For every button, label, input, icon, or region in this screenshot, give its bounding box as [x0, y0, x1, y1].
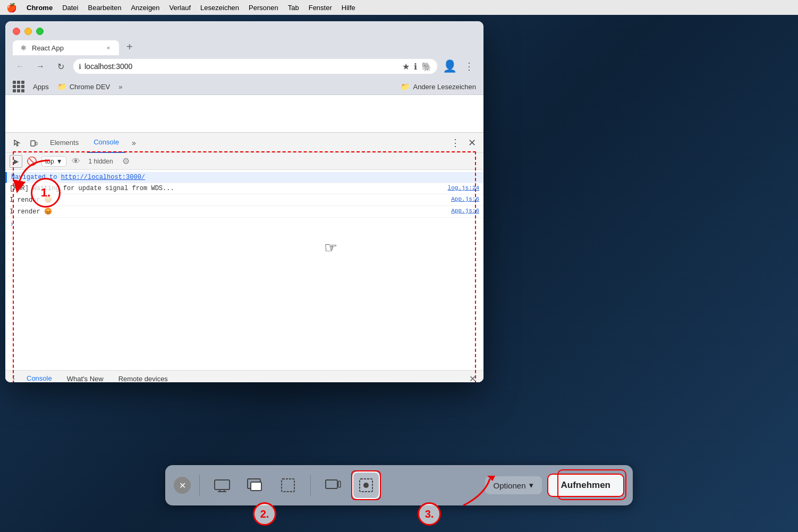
toolbar-separator-1: [199, 475, 200, 496]
console-eye-button[interactable]: 👁: [70, 155, 82, 168]
devtools-bottom-tab-console[interactable]: Console: [20, 371, 58, 383]
lesezeichen-menu[interactable]: Lesezeichen: [200, 4, 239, 12]
rec-mode-screen-plus[interactable]: [319, 471, 347, 499]
rec-mode-screen[interactable]: [208, 471, 236, 499]
console-clear-button[interactable]: 🚫: [26, 155, 38, 168]
devtools-tab-elements[interactable]: Elements: [44, 133, 85, 153]
hidden-count-badge: 1 hidden: [86, 158, 116, 165]
recording-close-button[interactable]: ✕: [174, 477, 191, 494]
browser-chrome: ⚛ React App × + ← → ↻ ℹ localhost:3000 ★…: [5, 21, 483, 95]
console-prompt: ›: [5, 218, 483, 230]
page-content: Elements Console » ⋮ ✕ ▶ 🚫 top ▼ 👁 1: [5, 95, 483, 382]
devtools-inspect-button[interactable]: [10, 135, 24, 150]
browser-window: ⚛ React App × + ← → ↻ ℹ localhost:3000 ★…: [5, 21, 483, 382]
devtools-bottom-tab-remote[interactable]: Remote devices: [112, 371, 174, 383]
browser-menu-button[interactable]: ⋮: [462, 58, 476, 74]
apps-label[interactable]: Apps: [33, 83, 49, 91]
chrome-menu[interactable]: Chrome: [27, 4, 53, 12]
browser-tab-active[interactable]: ⚛ React App ×: [13, 40, 119, 55]
devtools-more-tabs[interactable]: »: [128, 139, 140, 147]
console-play-button[interactable]: ▶: [10, 155, 22, 168]
console-settings-button[interactable]: ⚙: [120, 155, 132, 168]
profile-avatar[interactable]: 👤: [443, 59, 457, 73]
bookmarks-more-button[interactable]: »: [118, 83, 122, 91]
tab-close-button[interactable]: ×: [104, 44, 113, 52]
devtools-panel: Elements Console » ⋮ ✕ ▶ 🚫 top ▼ 👁 1: [5, 132, 483, 382]
svg-rect-9: [326, 480, 337, 488]
svg-rect-1: [36, 142, 37, 145]
andere-lesezeichen[interactable]: 📁 Andere Lesezeichen: [401, 82, 476, 91]
console-line-render-2: I render 😡 App.js:6: [5, 206, 483, 218]
url-bar[interactable]: ℹ localhost:3000 ★ ℹ 🐘: [73, 59, 437, 74]
bookmarks-right: 📁 Andere Lesezeichen: [401, 82, 476, 91]
devtools-bottom-tab-whats-new[interactable]: What's New: [61, 371, 110, 383]
devtools-bottom-kebab[interactable]: ⋮: [10, 374, 18, 382]
forward-button[interactable]: →: [33, 59, 48, 74]
svg-rect-2: [215, 480, 230, 490]
console-source-hmr[interactable]: log.js:24: [444, 185, 479, 191]
rec-mode-area-record[interactable]: [352, 471, 380, 499]
recording-start-button[interactable]: Aufnehmen: [547, 474, 625, 497]
tab-title: React App: [32, 44, 100, 52]
navigated-text: Navigated to: [11, 174, 61, 181]
navigated-link[interactable]: http://localhost:3000/: [61, 174, 145, 181]
svg-rect-8: [282, 479, 294, 492]
recording-options-button[interactable]: Optionen ▾: [485, 476, 542, 494]
console-source-render-2[interactable]: App.js:6: [447, 208, 479, 214]
extension-icon[interactable]: 🐘: [421, 62, 432, 72]
reload-button[interactable]: ↻: [53, 59, 68, 74]
anzeigen-menu[interactable]: Anzeigen: [131, 4, 159, 12]
console-text-navigated: Navigated to http://localhost:3000/: [11, 174, 479, 181]
rec-mode-area[interactable]: [274, 471, 302, 499]
console-text-render-1: I render 😡: [10, 196, 447, 204]
bookmarks-bar: Apps 📁 Chrome DEV » 📁 Andere Lesezeichen: [5, 79, 483, 95]
console-line-hmr: [HMR] Waiting for update signal from WDS…: [5, 183, 483, 194]
close-traffic-light[interactable]: [13, 28, 20, 35]
svg-rect-10: [338, 481, 341, 487]
devtools-close-button[interactable]: ✕: [464, 135, 479, 150]
annotation-circle-2: 2.: [253, 502, 276, 526]
console-source-render-1[interactable]: App.js:6: [447, 196, 479, 202]
url-info-icon: ℹ: [79, 63, 81, 71]
console-line-navigated: Navigated to http://localhost:3000/: [5, 172, 483, 183]
devtools-toolbar: Elements Console » ⋮ ✕: [5, 133, 483, 153]
hilfe-menu[interactable]: Hilfe: [342, 4, 355, 12]
devtools-bottom-tabs: ⋮ Console What's New Remote devices ✕: [5, 370, 483, 382]
address-bar: ← → ↻ ℹ localhost:3000 ★ ℹ 🐘 👤 ⋮: [5, 55, 483, 79]
svg-rect-7: [251, 482, 261, 491]
profile-icon[interactable]: ℹ: [414, 62, 417, 72]
rec-mode-window[interactable]: [241, 471, 269, 499]
devtools-settings-kebab[interactable]: ⋮: [448, 137, 462, 149]
console-prompt-arrow: ›: [10, 220, 14, 228]
devtools-tab-console[interactable]: Console: [87, 133, 125, 153]
verlauf-menu[interactable]: Verlauf: [169, 4, 191, 12]
devtools-device-button[interactable]: [27, 135, 41, 150]
console-text-render-2: I render 😡: [10, 208, 447, 216]
chrome-dev-bookmark[interactable]: 📁 Chrome DEV: [57, 82, 111, 91]
recording-toolbar: ✕: [165, 465, 633, 505]
console-line-render-1: I render 😡 App.js:6: [5, 194, 483, 206]
toolbar-separator-2: [310, 475, 311, 496]
fenster-menu[interactable]: Fenster: [309, 4, 332, 12]
personen-menu[interactable]: Personen: [249, 4, 278, 12]
bearbeiten-menu[interactable]: Bearbeiten: [88, 4, 121, 12]
new-tab-button[interactable]: +: [121, 38, 138, 55]
datei-menu[interactable]: Datei: [62, 4, 78, 12]
url-actions: ★ ℹ 🐘: [402, 62, 432, 72]
console-output: Navigated to http://localhost:3000/ [HMR…: [5, 170, 483, 366]
maximize-traffic-light[interactable]: [36, 28, 44, 35]
apps-bookmark[interactable]: [13, 81, 24, 92]
annotation-circle-3: 3.: [418, 502, 441, 526]
minimize-traffic-light[interactable]: [24, 28, 32, 35]
svg-rect-0: [31, 141, 35, 146]
tab-menu[interactable]: Tab: [288, 4, 299, 12]
apple-menu[interactable]: 🍎: [6, 3, 17, 13]
bookmark-icon[interactable]: ★: [402, 62, 410, 72]
devtools-bottom-close[interactable]: ✕: [465, 372, 479, 383]
console-context-selector[interactable]: top ▼: [41, 156, 66, 167]
traffic-lights: [5, 21, 483, 35]
console-text-hmr: [HMR] Waiting for update signal from WDS…: [10, 185, 444, 192]
back-button[interactable]: ←: [13, 59, 28, 74]
tab-favicon: ⚛: [19, 44, 28, 52]
console-input[interactable]: [17, 220, 479, 228]
